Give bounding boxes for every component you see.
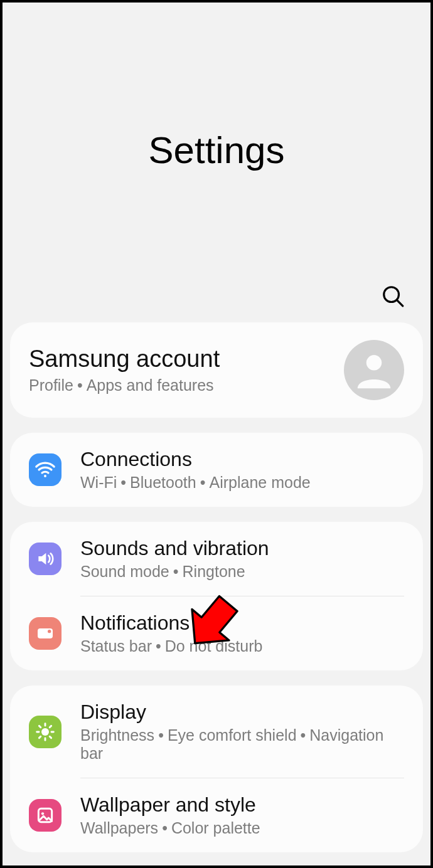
svg-line-1 xyxy=(397,300,403,306)
setting-subtitle: Sound mode•Ringtone xyxy=(80,563,404,581)
notification-icon xyxy=(29,617,61,650)
settings-group-display: Display Brightness•Eye comfort shield•Na… xyxy=(10,685,423,852)
setting-title: Notifications xyxy=(80,611,404,635)
svg-point-0 xyxy=(384,287,399,302)
svg-line-13 xyxy=(39,736,40,738)
account-card: Samsung account Profile•Apps and feature… xyxy=(10,322,423,418)
setting-subtitle: Status bar•Do not disturb xyxy=(80,637,404,655)
svg-point-6 xyxy=(41,728,49,736)
avatar[interactable] xyxy=(344,340,404,400)
person-icon xyxy=(352,348,396,392)
settings-row-connections[interactable]: Connections Wi-Fi•Bluetooth•Airplane mod… xyxy=(10,433,423,507)
hero-area: Settings xyxy=(3,3,430,322)
setting-title: Sounds and vibration xyxy=(80,537,404,560)
settings-row-notifications[interactable]: Notifications Status bar•Do not disturb xyxy=(10,596,423,670)
setting-title: Display xyxy=(80,701,404,724)
setting-subtitle: Brightness•Eye comfort shield•Navigation… xyxy=(80,726,404,763)
settings-row-wallpaper[interactable]: Wallpaper and style Wallpapers•Color pal… xyxy=(10,778,423,852)
settings-group-connections: Connections Wi-Fi•Bluetooth•Airplane mod… xyxy=(10,433,423,507)
setting-subtitle: Wallpapers•Color palette xyxy=(80,819,404,837)
settings-list: Samsung account Profile•Apps and feature… xyxy=(3,322,430,852)
wallpaper-icon xyxy=(29,799,61,832)
display-icon xyxy=(29,716,61,748)
settings-row-sounds[interactable]: Sounds and vibration Sound mode•Ringtone xyxy=(10,522,423,596)
setting-title: Connections xyxy=(80,448,404,471)
svg-point-5 xyxy=(48,630,51,633)
page-title: Settings xyxy=(149,129,285,172)
svg-point-16 xyxy=(41,812,44,815)
search-icon xyxy=(381,284,405,308)
account-title: Samsung account xyxy=(29,346,344,373)
svg-line-12 xyxy=(50,736,51,738)
setting-title: Wallpaper and style xyxy=(80,793,404,817)
wifi-icon xyxy=(29,453,61,486)
search-button[interactable] xyxy=(379,282,407,310)
svg-point-2 xyxy=(366,355,382,371)
svg-point-3 xyxy=(44,475,46,477)
svg-line-11 xyxy=(39,726,40,727)
settings-group-sound-notif: Sounds and vibration Sound mode•Ringtone… xyxy=(10,522,423,670)
sound-icon xyxy=(29,542,61,575)
svg-line-14 xyxy=(50,726,51,727)
setting-subtitle: Wi-Fi•Bluetooth•Airplane mode xyxy=(80,474,404,492)
account-subtitle: Profile•Apps and features xyxy=(29,376,344,394)
svg-rect-4 xyxy=(38,628,53,638)
settings-row-display[interactable]: Display Brightness•Eye comfort shield•Na… xyxy=(10,685,423,778)
samsung-account-row[interactable]: Samsung account Profile•Apps and feature… xyxy=(10,322,423,418)
